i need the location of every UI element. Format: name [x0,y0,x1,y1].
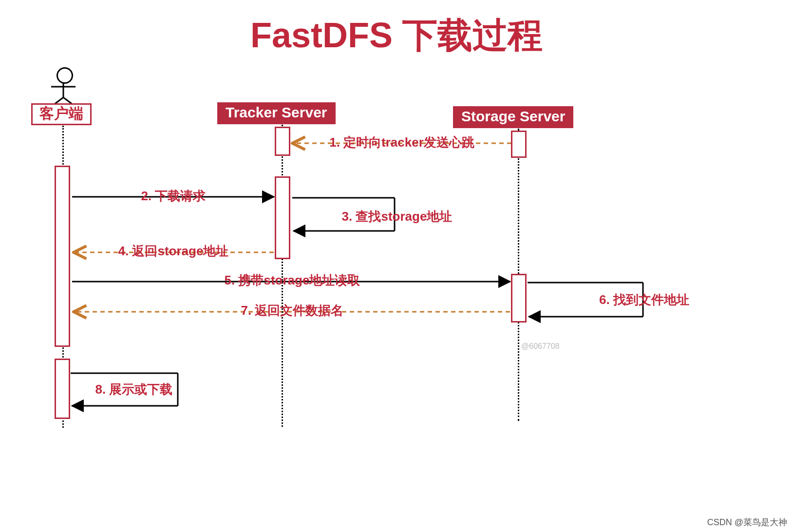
msg-3-label: 3. 查找storage地址 [342,208,453,225]
activation-storage-main [511,274,527,323]
activation-client-show [55,359,70,419]
activation-storage-heartbeat [511,131,527,158]
activation-client-main [55,166,70,347]
participant-client: 客户端 [31,103,92,125]
participant-storage-label: Storage Server [461,108,565,124]
footer-credit: CSDN @菜鸟是大神 [707,516,787,528]
msg-5-label: 5. 携带storage地址读取 [225,272,360,289]
participant-storage: Storage Server [453,106,573,128]
participant-client-label: 客户端 [39,105,83,121]
actor-head-icon [57,67,73,84]
msg-4-label: 4. 返回storage地址 [118,243,229,260]
msg-8-label: 8. 展示或下载 [95,381,173,398]
diagram-svg-layer [0,0,793,532]
msg-2-label: 2. 下载请求 [141,188,206,205]
diagram-title: FastDFS 下载过程 [0,12,793,59]
participant-tracker-label: Tracker Server [226,104,327,120]
watermark-text: @6067708 [521,342,560,351]
activation-tracker-main [275,176,290,259]
msg-7-label: 7. 返回文件数据名 [241,302,344,319]
msg-6-label: 6. 找到文件地址 [599,291,689,308]
activation-tracker-heartbeat [275,127,290,156]
msg-1-label: 1. 定时向tracker发送心跳 [329,134,474,151]
participant-tracker: Tracker Server [217,102,336,124]
